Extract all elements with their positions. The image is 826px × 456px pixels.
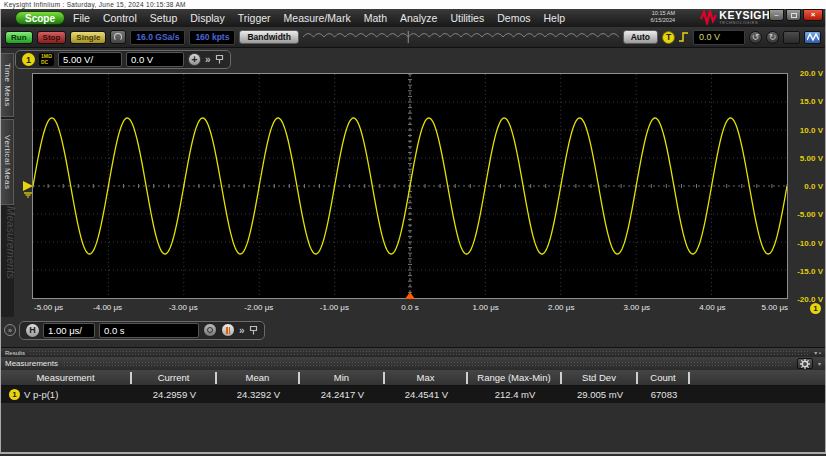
menu-item-demos[interactable]: Demos — [497, 12, 530, 24]
clock-time: 10:15 AM — [651, 10, 675, 17]
maximize-button[interactable] — [786, 9, 801, 21]
measurement-name-cell: 1V p-p(1) — [1, 389, 132, 400]
waveform-view-icon[interactable] — [804, 31, 821, 44]
window-controls: – × — [769, 9, 823, 21]
column-header-range-max-min-[interactable]: Range (Max-Min) — [468, 372, 562, 384]
auto-trigger-button[interactable]: Auto — [623, 30, 658, 44]
gear-icon[interactable] — [797, 358, 813, 369]
close-button[interactable]: × — [803, 9, 823, 21]
measurement-name: V p-p(1) — [24, 389, 58, 400]
column-header-std-dev[interactable]: Std Dev — [562, 372, 638, 384]
bandwidth-button[interactable]: Bandwidth — [239, 30, 298, 44]
menu-item-file[interactable]: File — [73, 12, 90, 24]
menu-item-display[interactable]: Display — [190, 12, 224, 24]
measurement-row[interactable]: 1V p-p(1)24.2959 V24.3292 V24.2417 V24.4… — [1, 386, 825, 403]
waveform-plot[interactable] — [32, 73, 788, 299]
x-axis-labels: -5.00 μs-4.00 μs-3.00 μs-2.00 μs-1.00 μs… — [32, 301, 788, 315]
memory-depth-display[interactable]: 160 kpts — [189, 30, 235, 45]
os-titlebar: Keysight Infiniium : Saturday, June 15, … — [0, 0, 826, 9]
y-tick-label: -15.0 V — [797, 267, 823, 276]
tab-time-meas[interactable]: Time Meas — [1, 53, 14, 117]
undo-icon[interactable]: ↺ — [749, 31, 762, 44]
measurements-menu-caret[interactable]: ▾ — [818, 360, 821, 367]
single-button[interactable]: Single — [70, 31, 106, 44]
menu-item-setup[interactable]: Setup — [150, 12, 177, 24]
redo-icon[interactable]: ↻ — [766, 31, 779, 44]
titlebar-text: Keysight Infiniium : Saturday, June 15, … — [4, 1, 186, 8]
trigger-badge[interactable]: T — [662, 31, 675, 44]
x-tick-label: 0.0 s — [401, 303, 418, 312]
x-tick-label: -3.00 μs — [169, 303, 198, 312]
column-header-max[interactable]: Max — [385, 372, 468, 384]
channel1-badge[interactable]: 1 — [22, 53, 35, 66]
measurement-value-cell: 24.4541 V — [385, 389, 468, 400]
column-header-mean[interactable]: Mean — [217, 372, 300, 384]
maximize-icon — [791, 13, 797, 18]
timebase-scale-field[interactable]: 1.00 μs/ — [43, 323, 95, 338]
measurements-section-header[interactable]: Measurements ▾ — [1, 357, 825, 370]
trigger-level-field[interactable]: 0.0 V — [693, 30, 745, 45]
channel1-offset-field[interactable]: 0.0 V — [126, 52, 184, 67]
menu-item-trigger[interactable]: Trigger — [238, 12, 271, 24]
pin-icon[interactable] — [215, 54, 224, 65]
trigger-time-marker[interactable] — [405, 292, 415, 299]
y-axis-labels: 20.0 V15.0 V10.0 V5.00 V0.0 V-5.00 V-10.… — [790, 73, 825, 307]
display-panel-icon[interactable] — [783, 31, 800, 44]
channel-expand-icon[interactable]: » — [205, 54, 211, 65]
results-collapse-icon[interactable]: ▾ ▪ — [814, 349, 821, 356]
x-axis-channel-badge: 1 — [810, 303, 821, 314]
oscilloscope-screen: Keysight Infiniium : Saturday, June 15, … — [0, 0, 826, 456]
menu-item-analyze[interactable]: Analyze — [400, 12, 437, 24]
measurements-watermark: Measurements — [0, 177, 17, 307]
column-header-measurement[interactable]: Measurement — [1, 372, 132, 384]
measurements-drag-texture — [63, 361, 792, 367]
measurement-value-cell: 24.2417 V — [300, 389, 385, 400]
touch-icon[interactable] — [110, 30, 126, 44]
measurement-value-cell: 24.2959 V — [132, 389, 217, 400]
column-header-current[interactable]: Current — [132, 372, 217, 384]
zoom-mode-icon[interactable] — [203, 323, 217, 337]
acquisition-toolbar: Run Stop Single 16.0 GSa/s 160 kpts Band… — [1, 27, 825, 48]
sample-rate-display[interactable]: 16.0 GSa/s — [130, 30, 185, 45]
x-tick-label: 5.00 μs — [762, 303, 788, 312]
column-header-count[interactable]: Count — [638, 372, 690, 384]
bottom-expand-icon[interactable]: » — [4, 324, 16, 336]
horizontal-badge[interactable]: H — [26, 324, 39, 337]
y-tick-label: 0.0 V — [804, 182, 823, 191]
horizontal-expand-icon[interactable]: » — [239, 325, 245, 336]
results-drag-texture — [29, 350, 810, 356]
x-tick-label: -5.00 μs — [34, 303, 63, 312]
channel1-scale-field[interactable]: 5.00 V/ — [58, 52, 122, 67]
results-panel-header[interactable]: Results ▾ ▪ — [1, 347, 825, 357]
menu-items: FileControlSetupDisplayTriggerMeasure/Ma… — [73, 12, 565, 24]
menu-item-measure-mark[interactable]: Measure/Mark — [284, 12, 351, 24]
y-tick-label: 15.0 V — [800, 97, 823, 106]
x-tick-label: 3.00 μs — [624, 303, 650, 312]
menu-item-math[interactable]: Math — [364, 12, 387, 24]
menu-item-utilities[interactable]: Utilities — [450, 12, 484, 24]
waveform-svg — [33, 74, 787, 298]
menu-item-control[interactable]: Control — [103, 12, 137, 24]
y-tick-label: 10.0 V — [800, 126, 823, 135]
minimize-button[interactable]: – — [769, 9, 784, 21]
rising-edge-icon — [679, 31, 689, 43]
add-channel-icon[interactable]: + — [188, 53, 201, 66]
channel1-ground-marker[interactable] — [22, 180, 34, 202]
pin-icon[interactable] — [249, 325, 258, 336]
scope-menu-button[interactable]: Scope — [15, 11, 65, 25]
spark-icon — [700, 10, 717, 25]
y-tick-label: -20.0 V — [797, 295, 823, 304]
timebase-position-field[interactable]: 0.0 s — [99, 323, 199, 338]
x-tick-label: 1.00 μs — [472, 303, 498, 312]
measurement-value-cell: 67083 — [638, 389, 690, 400]
run-button[interactable]: Run — [5, 31, 33, 44]
measurement-value-cell: 24.3292 V — [217, 389, 300, 400]
channel1-coupling[interactable]: 1MΩ DC — [39, 53, 54, 66]
stop-button[interactable]: Stop — [37, 31, 67, 44]
markers-icon[interactable] — [221, 323, 235, 337]
horizontal-control-group: H 1.00 μs/ 0.0 s » — [19, 321, 265, 340]
menu-item-help[interactable]: Help — [543, 12, 565, 24]
column-header-min[interactable]: Min — [300, 372, 385, 384]
app-window: Scope FileControlSetupDisplayTriggerMeas… — [0, 9, 826, 454]
results-title: Results — [5, 350, 25, 356]
